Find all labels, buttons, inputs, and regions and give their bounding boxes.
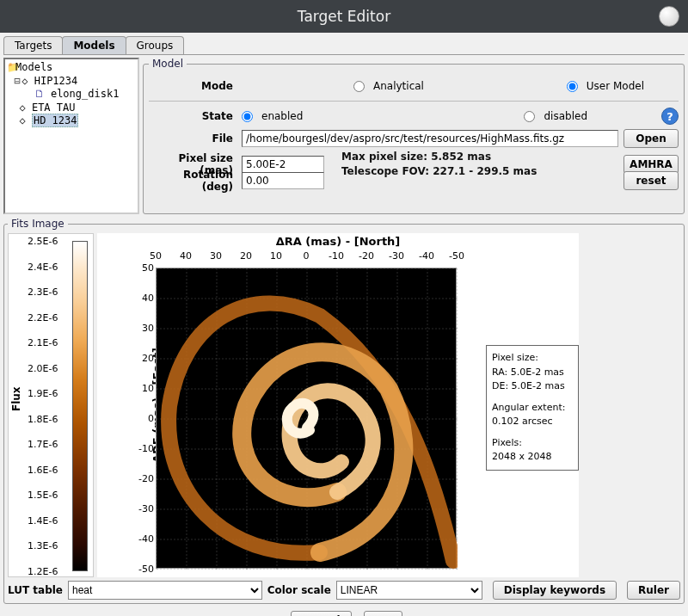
state-label: State <box>149 110 242 122</box>
tree-target-0[interactable]: ⊟◇ HIP1234 <box>7 75 136 89</box>
x-tick-label: 20 <box>240 250 252 262</box>
window-menu-icon[interactable] <box>659 6 679 27</box>
mode-label: Mode <box>149 80 242 92</box>
colorbar-tick: 1.4E-6 <box>28 514 58 526</box>
mode-analytical-radio[interactable]: Analytical <box>353 80 424 92</box>
ruler-button[interactable]: Ruler <box>627 581 680 600</box>
colorbar-tick: 2.2E-6 <box>28 311 58 323</box>
rotation-label: Rotation (deg) <box>149 169 242 193</box>
x-tick-label: -20 <box>359 250 374 262</box>
x-tick-label: 50 <box>150 250 162 262</box>
image-info-box: Pixel size: RA: 5.0E-2 mas DE: 5.0E-2 ma… <box>486 345 579 471</box>
y-tick-label: -20 <box>138 473 154 484</box>
model-panel: Model Mode Analytical User Model State e… <box>143 58 685 214</box>
pixel-size-input[interactable] <box>242 156 324 173</box>
ok-button[interactable]: OK <box>364 611 403 616</box>
colorbar-tick: 2.0E-6 <box>28 362 58 373</box>
x-tick-label: 30 <box>210 250 222 262</box>
state-enabled-radio[interactable]: enabled <box>242 110 303 122</box>
y-tick-label: 20 <box>142 353 154 364</box>
titlebar: Target Editor <box>0 0 688 33</box>
colorbar-tick: 1.2E-6 <box>28 566 58 577</box>
display-keywords-button[interactable]: Display keywords <box>493 581 617 600</box>
colorbar-tick: 1.7E-6 <box>28 439 58 450</box>
colorbar-tick: 1.9E-6 <box>28 388 58 399</box>
tab-targets[interactable]: Targets <box>3 36 63 54</box>
x-tick-label: -30 <box>389 250 404 262</box>
model-legend: Model <box>149 58 187 70</box>
y-tick-label: 40 <box>142 293 154 304</box>
lut-label: LUT table <box>8 584 63 596</box>
y-tick-label: -40 <box>138 533 154 545</box>
colorbar-tick: 2.1E-6 <box>28 337 58 348</box>
y-tick-label: -30 <box>138 503 154 514</box>
colorbar-strip <box>72 241 88 571</box>
file-label: File <box>149 132 242 145</box>
tree-target-0-child[interactable]: 🗋 elong_disk1 <box>7 88 136 102</box>
y-tick-label: 30 <box>142 323 154 334</box>
fits-plot[interactable]: ΔRA (mas) - [North] ΔDE (mas) - [East] 5… <box>97 233 579 577</box>
x-tick-label: 0 <box>304 250 310 262</box>
cancel-button[interactable]: Cancel <box>291 611 352 616</box>
colorbar-tick: 1.8E-6 <box>28 413 58 424</box>
colorbar-tick: 2.3E-6 <box>28 286 58 298</box>
state-disabled-radio[interactable]: disabled <box>524 110 587 122</box>
x-axis-title: ΔRA (mas) - [North] <box>276 235 401 248</box>
file-input[interactable] <box>242 130 618 147</box>
x-tick-label: -50 <box>449 250 464 262</box>
y-tick-label: 10 <box>142 383 154 394</box>
x-tick-label: -40 <box>419 250 434 262</box>
plot-canvas <box>156 268 457 569</box>
x-tick-label: -10 <box>329 250 344 262</box>
reset-button[interactable]: reset <box>624 171 679 190</box>
color-scale-select[interactable]: LINEAR <box>336 581 482 600</box>
colorbar-tick: 2.5E-6 <box>28 236 58 247</box>
tab-models[interactable]: Models <box>62 36 126 54</box>
tree-root[interactable]: 📁Models <box>7 61 136 75</box>
colorbar-tick: 2.4E-6 <box>28 261 58 272</box>
mode-user-radio[interactable]: User Model <box>567 80 644 92</box>
fits-panel: Fits Image Flux 2.5E-62.4E-62.3E-62.2E-6… <box>3 218 685 604</box>
window-title: Target Editor <box>298 8 390 25</box>
max-pixel-info: Max pixel size: 5.852 mas Telescope FOV:… <box>341 150 537 179</box>
x-tick-label: 10 <box>270 250 282 262</box>
fits-legend: Fits Image <box>8 218 68 230</box>
colorbar: Flux 2.5E-62.4E-62.3E-62.2E-62.1E-62.0E-… <box>8 233 94 577</box>
y-tick-label: 50 <box>142 262 154 274</box>
tree-target-2[interactable]: ◇ HD 1234 <box>7 114 136 128</box>
colorbar-tick: 1.3E-6 <box>28 540 58 551</box>
colorbar-tick: 1.5E-6 <box>28 490 58 501</box>
tree-target-1[interactable]: ◇ ETA TAU <box>7 102 136 115</box>
model-tree[interactable]: 📁Models ⊟◇ HIP1234 🗋 elong_disk1 ◇ ETA T… <box>3 58 139 214</box>
colorbar-label: Flux <box>10 399 22 411</box>
tab-groups[interactable]: Groups <box>126 36 185 54</box>
x-tick-label: 40 <box>180 250 192 262</box>
rotation-input[interactable] <box>242 172 324 189</box>
open-button[interactable]: Open <box>624 129 679 148</box>
colorbar-tick: 1.6E-6 <box>28 464 58 475</box>
lut-table-select[interactable]: heat <box>68 581 262 600</box>
help-icon[interactable]: ? <box>661 108 679 125</box>
color-scale-label: Color scale <box>267 584 331 596</box>
y-tick-label: -10 <box>138 443 154 454</box>
y-tick-label: 0 <box>148 413 154 424</box>
tab-bar: Targets Models Groups <box>3 36 685 55</box>
dialog-buttons: Cancel OK <box>3 604 685 616</box>
y-tick-label: -50 <box>138 564 154 575</box>
